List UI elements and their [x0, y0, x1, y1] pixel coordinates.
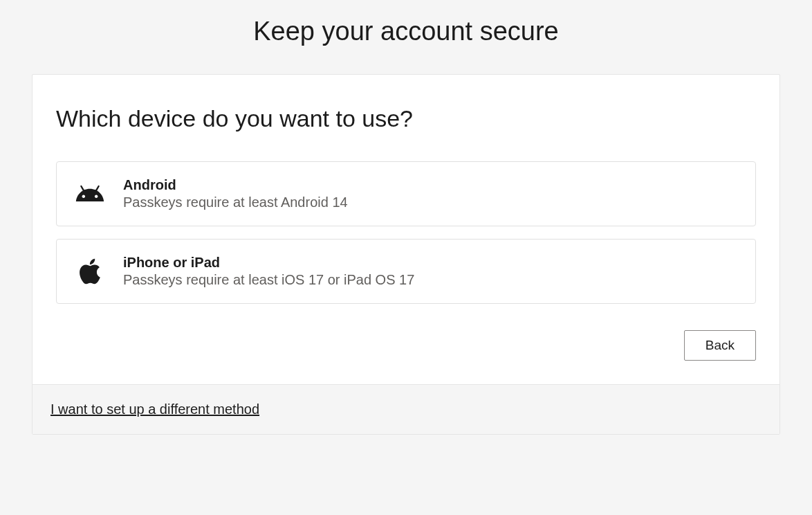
card-footer: I want to set up a different method	[33, 384, 779, 434]
android-icon	[73, 177, 107, 210]
card-body: Which device do you want to use? Android…	[33, 75, 779, 384]
different-method-link[interactable]: I want to set up a different method	[50, 401, 259, 417]
page-title: Keep your account secure	[0, 0, 812, 74]
device-selection-card: Which device do you want to use? Android…	[32, 74, 780, 435]
device-option-apple[interactable]: iPhone or iPad Passkeys require at least…	[56, 239, 756, 304]
back-button[interactable]: Back	[684, 330, 756, 361]
card-heading: Which device do you want to use?	[56, 105, 756, 132]
device-title-apple: iPhone or iPad	[123, 255, 414, 271]
device-subtitle-android: Passkeys require at least Android 14	[123, 195, 348, 210]
device-option-android[interactable]: Android Passkeys require at least Androi…	[56, 161, 756, 226]
device-title-android: Android	[123, 177, 348, 193]
device-text-android: Android Passkeys require at least Androi…	[123, 177, 348, 210]
button-row: Back	[56, 330, 756, 361]
device-subtitle-apple: Passkeys require at least iOS 17 or iPad…	[123, 272, 414, 288]
apple-icon	[73, 255, 107, 288]
device-text-apple: iPhone or iPad Passkeys require at least…	[123, 255, 414, 288]
